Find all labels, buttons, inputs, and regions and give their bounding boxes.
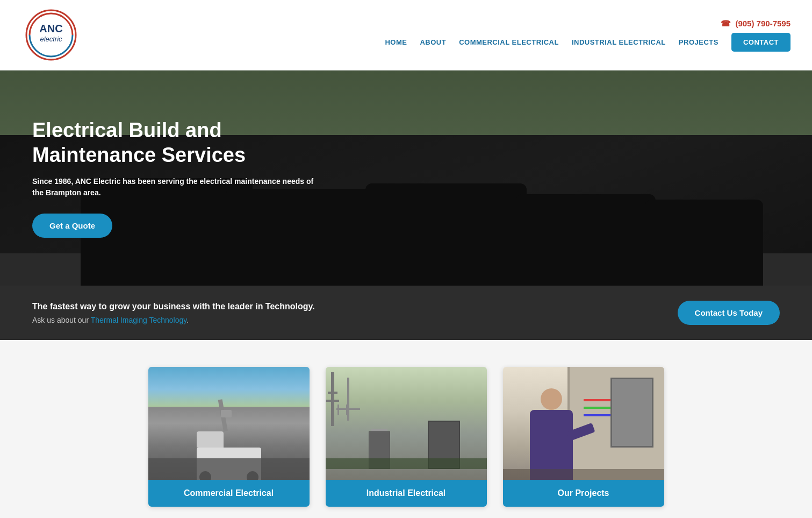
header: ANC electric ☎ (905) 790-7595 HOME ABOUT… — [0, 0, 812, 70]
info-bar-headline: The fastest way to grow your business wi… — [32, 302, 678, 311]
info-bar-sub-start: Ask us about our — [32, 316, 91, 324]
hero-section: Electrical Build and Maintenance Service… — [0, 70, 812, 286]
card-projects[interactable]: Our Projects — [503, 367, 664, 507]
hero-content: Electrical Build and Maintenance Service… — [0, 118, 349, 238]
card-commercial[interactable]: Commercial Electrical — [148, 367, 310, 507]
hero-title: Electrical Build and Maintenance Service… — [32, 118, 317, 167]
card-industrial[interactable]: Industrial Electrical — [326, 367, 487, 507]
info-bar-sub-end: . — [186, 316, 189, 324]
phone-display: ☎ (905) 790-7595 — [721, 19, 791, 29]
logo[interactable]: ANC electric — [21, 5, 81, 65]
info-bar-text: The fastest way to grow your business wi… — [32, 302, 678, 324]
main-nav: HOME ABOUT COMMERCIAL ELECTRICAL INDUSTR… — [385, 33, 791, 52]
logo-svg: ANC electric — [24, 8, 78, 62]
card-img-industrial — [326, 367, 487, 480]
nav-home[interactable]: HOME — [385, 38, 407, 46]
card-img-projects — [503, 367, 664, 480]
hero-subtitle: Since 1986, ANC Electric has been servin… — [32, 176, 317, 198]
nav-industrial[interactable]: INDUSTRIAL ELECTRICAL — [572, 38, 666, 46]
info-bar-subtext: Ask us about our Thermal Imaging Technol… — [32, 316, 678, 324]
svg-text:electric: electric — [40, 35, 62, 43]
hero-cta-button[interactable]: Get a Quote — [32, 214, 112, 238]
phone-text: (905) 790-7595 — [735, 19, 791, 28]
svg-text:ANC: ANC — [39, 23, 62, 34]
card-commercial-label: Commercial Electrical — [148, 480, 310, 507]
contact-us-today-button[interactable]: Contact Us Today — [678, 301, 780, 325]
nav-contact-button[interactable]: CONTACT — [731, 33, 791, 52]
thermal-link[interactable]: Thermal Imaging Technology — [91, 316, 186, 324]
nav-projects[interactable]: PROJECTS — [679, 38, 718, 46]
header-right: ☎ (905) 790-7595 HOME ABOUT COMMERCIAL E… — [385, 19, 791, 52]
phone-icon: ☎ — [721, 19, 731, 28]
card-projects-label: Our Projects — [503, 480, 664, 507]
card-industrial-label: Industrial Electrical — [326, 480, 487, 507]
cards-section: Commercial Electrical Industrial Electri… — [0, 340, 812, 518]
nav-commercial[interactable]: COMMERCIAL ELECTRICAL — [459, 38, 559, 46]
nav-about[interactable]: ABOUT — [420, 38, 446, 46]
info-bar: The fastest way to grow your business wi… — [0, 286, 812, 340]
card-img-commercial — [148, 367, 310, 480]
